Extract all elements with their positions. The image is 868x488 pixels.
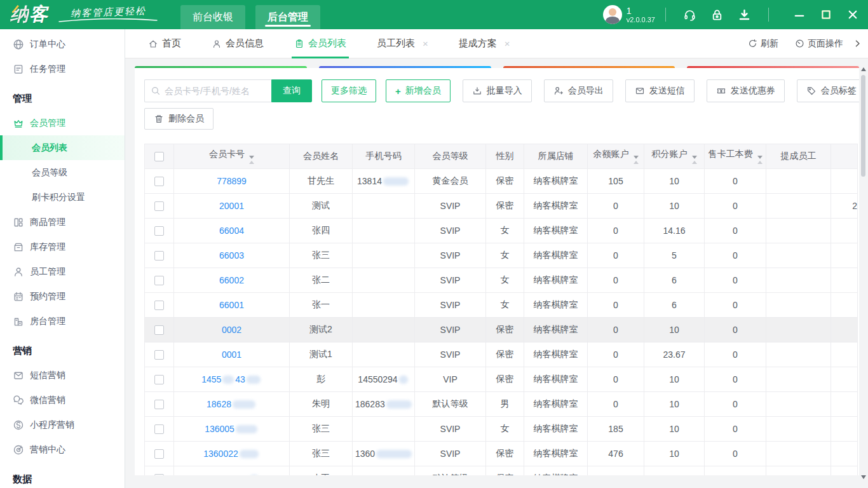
page-operations-button[interactable]: 页面操作: [795, 38, 843, 50]
tab-提成方案[interactable]: 提成方案×: [458, 29, 512, 58]
toolbar-secondary: 删除会员: [144, 108, 859, 130]
col-balance[interactable]: 余额账户: [588, 144, 644, 169]
member-card-link[interactable]: 1360022: [203, 449, 260, 459]
sidebar-subitem-会员列表[interactable]: 会员列表: [0, 135, 125, 160]
sort-icon[interactable]: [249, 156, 254, 164]
row-checkbox[interactable]: [154, 350, 164, 360]
cell-staff: [766, 442, 831, 466]
export-member-button[interactable]: 会员导出: [544, 79, 613, 102]
chevron-right-icon[interactable]: [853, 39, 862, 48]
select-all-header[interactable]: [145, 144, 174, 169]
lock-icon[interactable]: [710, 8, 724, 22]
sidebar-item-库存管理[interactable]: 库存管理: [0, 234, 125, 259]
user-info[interactable]: 1 v2.0.0.37: [603, 5, 655, 24]
sidebar-item-订单中心[interactable]: 订单中心: [0, 32, 125, 57]
batch-import-button[interactable]: 批量导入: [463, 79, 532, 102]
sidebar-item-房台管理[interactable]: 房台管理: [0, 309, 125, 334]
minimize-icon[interactable]: [793, 8, 806, 21]
table-row: 1360022张三1360SVIP保密纳客棋牌室476100: [145, 442, 858, 466]
member-card-link[interactable]: 0001: [222, 349, 241, 360]
delete-member-button[interactable]: 删除会员: [144, 108, 214, 130]
scrollbar-thumb[interactable]: [861, 75, 865, 177]
cell-checkbox: [145, 342, 174, 367]
close-tab-icon[interactable]: ×: [423, 38, 428, 49]
table-row: 66004张四SVIP女纳客棋牌室014.160: [145, 219, 858, 243]
row-checkbox[interactable]: [154, 226, 164, 236]
close-tab-icon[interactable]: ×: [505, 38, 510, 49]
member-card-link[interactable]: 66004: [219, 226, 244, 236]
sidebar-item-预约管理[interactable]: 预约管理: [0, 284, 125, 309]
member-card-link[interactable]: 0002: [222, 325, 241, 335]
add-member-button[interactable]: +新增会员: [386, 79, 451, 102]
member-card-link[interactable]: 778899: [217, 176, 247, 186]
sort-icon[interactable]: [757, 156, 763, 164]
tab-员工列表[interactable]: 员工列表×: [376, 29, 430, 58]
download-icon[interactable]: [738, 8, 751, 22]
row-checkbox[interactable]: [154, 251, 164, 261]
send-sms-button[interactable]: 发送短信: [625, 79, 695, 102]
row-checkbox[interactable]: [154, 449, 164, 459]
col-points[interactable]: 积分账户: [644, 144, 705, 169]
search-input[interactable]: [165, 86, 266, 96]
maximize-icon[interactable]: [820, 8, 832, 21]
cell-extra: [831, 367, 858, 392]
row-checkbox[interactable]: [154, 375, 164, 384]
sidebar-item-任务管理[interactable]: 任务管理: [0, 57, 125, 81]
table-row: 0001测试1SVIP保密纳客棋牌室023.670: [145, 342, 858, 367]
nav-front-cashier[interactable]: 前台收银: [180, 5, 245, 29]
cell-fee: 0: [705, 219, 766, 243]
cell-checkbox: [145, 318, 174, 342]
row-checkbox[interactable]: [154, 177, 164, 186]
member-card-link[interactable]: 145543: [201, 374, 262, 384]
tab-会员列表[interactable]: 会员列表: [293, 29, 348, 58]
sort-icon[interactable]: [634, 156, 639, 164]
row-checkbox[interactable]: [154, 474, 164, 475]
row-checkbox[interactable]: [154, 201, 164, 211]
sidebar-subitem-会员等级[interactable]: 会员等级: [0, 160, 125, 185]
sidebar-item-小程序营销[interactable]: 小程序营销: [0, 412, 125, 437]
vertical-scrollbar[interactable]: [859, 67, 867, 479]
sidebar-item-商品管理[interactable]: 商品管理: [0, 210, 125, 234]
sort-icon[interactable]: [692, 156, 697, 164]
member-card-link[interactable]: 20001: [219, 201, 244, 211]
send-coupon-button[interactable]: 发送优惠券: [707, 79, 785, 102]
col-card[interactable]: 会员卡号: [174, 144, 290, 169]
chevron-right-icon: [108, 268, 116, 276]
refresh-button[interactable]: 刷新: [748, 38, 778, 50]
member-card-link[interactable]: 136005: [205, 424, 259, 434]
row-checkbox[interactable]: [154, 400, 164, 409]
member-tag-button[interactable]: 会员标签: [797, 79, 859, 102]
member-card-link[interactable]: 150276676: [203, 473, 259, 475]
table-row: 18628朱明186283默认等级男纳客棋牌室0100: [145, 392, 858, 417]
query-button[interactable]: 查询: [271, 79, 312, 102]
member-card-link[interactable]: 66001: [219, 300, 244, 310]
col-fee[interactable]: 售卡工本费: [705, 144, 766, 169]
member-card-link[interactable]: 18628: [207, 399, 257, 409]
sidebar-item-微信营销[interactable]: 微信营销: [0, 388, 125, 412]
cell-level: SVIP: [415, 243, 486, 268]
sidebar-item-营销中心[interactable]: 营销中心: [0, 437, 125, 462]
close-icon[interactable]: [846, 8, 859, 21]
more-filter-button[interactable]: 更多筛选: [322, 79, 376, 102]
sidebar-item-短信营销[interactable]: 短信营销: [0, 363, 125, 388]
select-all-checkbox[interactable]: [154, 152, 164, 161]
cell-staff: [766, 169, 831, 194]
headset-icon[interactable]: [683, 8, 696, 22]
sidebar-item-会员管理[interactable]: 会员管理: [0, 111, 125, 135]
cell-staff: [766, 219, 831, 243]
row-checkbox[interactable]: [154, 424, 164, 434]
avatar[interactable]: [603, 5, 622, 24]
scroll-down-arrow[interactable]: [861, 475, 866, 479]
member-card-link[interactable]: 66002: [219, 275, 244, 285]
row-checkbox[interactable]: [154, 301, 164, 310]
calendar-icon: [13, 291, 24, 302]
row-checkbox[interactable]: [154, 276, 164, 285]
sidebar-item-员工管理[interactable]: 员工管理: [0, 259, 125, 284]
scroll-up-arrow[interactable]: [861, 67, 866, 71]
tab-首页[interactable]: 首页: [147, 29, 182, 58]
sidebar-subitem-刷卡积分设置[interactable]: 刷卡积分设置: [0, 185, 125, 210]
tab-会员信息[interactable]: 会员信息: [210, 29, 265, 58]
member-card-link[interactable]: 66003: [219, 250, 244, 261]
row-checkbox[interactable]: [154, 325, 164, 335]
nav-backend-admin[interactable]: 后台管理: [255, 5, 320, 29]
